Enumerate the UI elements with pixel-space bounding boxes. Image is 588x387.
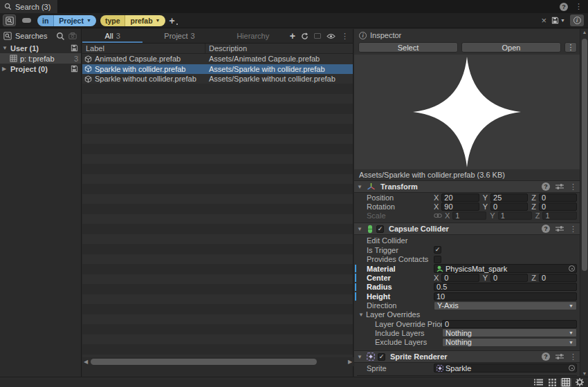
add-tab-icon[interactable]: + <box>290 30 295 41</box>
foldout-arrow-icon[interactable]: ▼ <box>358 312 364 318</box>
sprite-object-field[interactable]: Sparkle <box>434 364 577 372</box>
save-icon[interactable] <box>71 65 78 73</box>
provides-contacts-checkbox[interactable]: ✓ <box>434 256 441 263</box>
inspector-toggle-button[interactable]: i <box>570 15 584 26</box>
capsule-collider-header[interactable]: ▼ ✓ Capsule Collider ? ⋮ <box>354 223 580 235</box>
presets-icon[interactable] <box>555 225 564 232</box>
chevron-down-icon[interactable]: ▼ <box>560 18 565 23</box>
scroll-right-icon[interactable]: ▶ <box>347 359 353 365</box>
position-x-field[interactable]: 20 <box>441 194 479 202</box>
prefab-icon <box>84 55 92 63</box>
presets-icon[interactable] <box>555 183 564 190</box>
height-field[interactable]: 10 <box>434 292 577 301</box>
filter-chip-type-value[interactable]: prefab▼ <box>125 15 165 26</box>
rotation-y-field[interactable]: 0 <box>490 202 528 211</box>
scale-z-field[interactable]: 1 <box>542 211 577 220</box>
table-row[interactable]: Sparkle without collider.prefab Assets/S… <box>82 74 353 84</box>
open-button[interactable]: Open <box>461 42 561 53</box>
filter-chip-in[interactable]: in Project▼ <box>37 15 96 26</box>
help-icon[interactable]: ? <box>542 182 550 191</box>
position-z-field[interactable]: 0 <box>539 194 577 202</box>
direction-dropdown[interactable]: Y-Axis▼ <box>434 301 577 310</box>
results-menu-icon[interactable]: ⋮ <box>341 32 349 41</box>
link-icon[interactable] <box>434 213 442 218</box>
capsule-collider-component: ▼ ✓ Capsule Collider ? ⋮ Edit Collider I… <box>354 223 580 347</box>
horizontal-scrollbar[interactable]: ◀ ▶ <box>82 357 353 366</box>
foldout-arrow-icon[interactable]: ▼ <box>357 184 364 190</box>
gear-icon <box>576 378 584 386</box>
center-x-field[interactable]: 0 <box>441 274 479 282</box>
sidebar-group-user[interactable]: ▼ User (1) <box>0 43 81 53</box>
scroll-up-icon[interactable]: ▲ <box>580 30 588 35</box>
table-row[interactable]: Animated Capsule.prefab Assets/Animated … <box>82 54 353 64</box>
help-icon[interactable]: ? <box>542 352 550 361</box>
sprite-renderer-header[interactable]: ▼ ✓ Sprite Renderer ? ⋮ <box>354 350 580 363</box>
eye-icon[interactable] <box>327 33 336 39</box>
center-z-field[interactable]: 0 <box>539 274 577 282</box>
scrollbar-thumb[interactable] <box>582 39 587 271</box>
component-menu-icon[interactable]: ⋮ <box>569 182 577 191</box>
layer-overrides-foldout[interactable]: ▼ Layer Overrides <box>354 310 580 319</box>
filter-chip-in-value[interactable]: Project▼ <box>54 15 96 26</box>
include-layers-dropdown[interactable]: Nothing▼ <box>442 328 577 337</box>
layer-override-priority-field[interactable]: 0 <box>442 320 577 328</box>
component-enabled-checkbox[interactable]: ✓ <box>376 225 384 233</box>
presets-icon[interactable] <box>555 353 564 360</box>
component-enabled-checkbox[interactable]: ✓ <box>378 353 385 361</box>
is-trigger-checkbox[interactable]: ✓ <box>434 246 441 254</box>
grid-view-button[interactable] <box>546 378 558 387</box>
foldout-arrow-icon[interactable]: ▶ <box>2 66 8 72</box>
scale-x-field[interactable]: 1 <box>452 211 486 220</box>
query-builder-toggle-icon[interactable] <box>3 15 16 26</box>
inspector-scrollbar[interactable]: ▲ ▼ <box>580 29 588 377</box>
tab-project[interactable]: Project3 <box>143 29 216 43</box>
add-filter-button[interactable]: + <box>169 16 175 26</box>
foldout-arrow-icon[interactable]: ▼ <box>357 226 364 232</box>
refresh-icon[interactable] <box>301 32 309 40</box>
table-view-button[interactable] <box>560 378 571 387</box>
list-view-button[interactable] <box>533 378 544 387</box>
inspector-menu-icon[interactable]: ⋮ <box>564 42 577 53</box>
help-icon[interactable]: ? <box>542 225 550 233</box>
transform-header[interactable]: ▼ Transform ? ⋮ <box>354 180 580 193</box>
rotation-x-field[interactable]: 90 <box>441 202 479 211</box>
clear-search-button[interactable]: × <box>541 15 546 26</box>
scrollbar-thumb[interactable] <box>91 359 317 365</box>
column-header-description[interactable]: Description <box>205 44 353 53</box>
window-menu-icon[interactable]: ⋮ <box>575 2 582 11</box>
position-y-field[interactable]: 25 <box>490 194 528 202</box>
save-search-button[interactable]: ▼ <box>551 17 565 24</box>
material-object-field[interactable]: PhysicsMat_spark <box>434 264 577 273</box>
scroll-down-icon[interactable]: ▼ <box>580 371 588 376</box>
sidebar-item-saved-query[interactable]: p: t:prefab 3 <box>0 53 81 64</box>
component-menu-icon[interactable]: ⋮ <box>569 225 577 234</box>
settings-button[interactable] <box>574 378 585 387</box>
object-picker-icon[interactable] <box>569 365 575 371</box>
search-icon[interactable] <box>56 32 65 41</box>
table-row-selected[interactable]: Sparkle with collider.prefab Assets/Spar… <box>82 64 353 75</box>
import-search-icon[interactable] <box>68 32 77 39</box>
scroll-left-icon[interactable]: ◀ <box>82 359 89 365</box>
column-header-label[interactable]: Label <box>82 44 205 53</box>
save-icon[interactable] <box>71 44 78 52</box>
help-icon[interactable]: ? <box>560 3 568 11</box>
radius-field[interactable]: 0.5 <box>434 283 577 291</box>
foldout-arrow-icon[interactable]: ▼ <box>2 45 8 51</box>
center-y-field[interactable]: 0 <box>490 274 528 282</box>
rotation-z-field[interactable]: 0 <box>539 202 577 211</box>
toggle-query-blocks-icon[interactable] <box>20 15 33 26</box>
tab-hierarchy[interactable]: Hierarchy <box>217 29 290 43</box>
scale-y-field[interactable]: 1 <box>498 211 532 220</box>
sidebar-group-project[interactable]: ▶ Project (0) <box>0 64 81 74</box>
window-tab[interactable]: Search (3) <box>0 0 58 13</box>
filter-chip-type[interactable]: type prefab▼ <box>100 15 165 26</box>
select-button[interactable]: Select <box>358 42 458 53</box>
direction-row: Direction Y-Axis▼ <box>354 301 580 310</box>
tab-all[interactable]: All3 <box>82 29 143 43</box>
exclude-layers-dropdown[interactable]: Nothing▼ <box>442 338 577 347</box>
foldout-arrow-icon[interactable]: ▼ <box>357 354 364 360</box>
property-label: Direction <box>367 301 434 310</box>
object-picker-icon[interactable] <box>569 265 575 272</box>
export-icon[interactable] <box>314 33 321 39</box>
component-menu-icon[interactable]: ⋮ <box>569 352 577 361</box>
